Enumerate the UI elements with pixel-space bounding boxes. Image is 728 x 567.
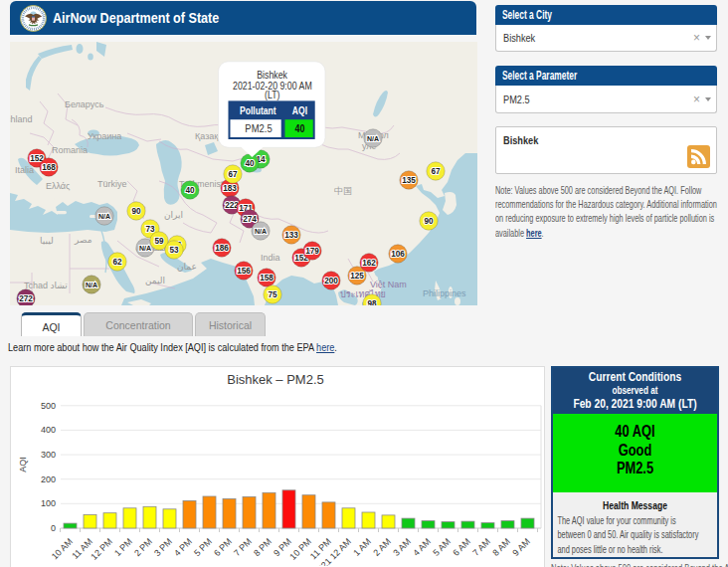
svg-text:10 PM: 10 PM	[287, 536, 312, 561]
svg-text:135: 135	[402, 176, 416, 185]
svg-text:158: 158	[260, 274, 273, 283]
svg-text:67: 67	[228, 170, 238, 179]
svg-text:90: 90	[131, 207, 141, 216]
svg-text:73: 73	[145, 225, 155, 234]
svg-text:7 AM: 7 AM	[470, 536, 492, 558]
svg-text:ليبيا: ليبيا	[40, 236, 54, 246]
svg-text:162: 162	[362, 259, 376, 268]
svg-text:8 AM: 8 AM	[490, 536, 512, 558]
svg-text:156: 156	[237, 267, 251, 276]
svg-text:中国: 中国	[334, 186, 352, 196]
svg-text:75: 75	[268, 290, 277, 299]
svg-text:Ελλάς: Ελλάς	[46, 181, 71, 191]
svg-text:186: 186	[215, 244, 229, 253]
svg-text:2 AM: 2 AM	[371, 536, 393, 558]
svg-text:4 AM: 4 AM	[411, 536, 433, 558]
svg-text:6 PM: 6 PM	[212, 536, 234, 558]
svg-text:300: 300	[41, 450, 56, 460]
svg-text:40: 40	[294, 123, 304, 135]
svg-text:8 PM: 8 PM	[252, 536, 273, 558]
svg-text:53: 53	[169, 246, 179, 255]
svg-text:67: 67	[431, 167, 441, 176]
svg-text:1 AM: 1 AM	[351, 536, 373, 558]
svg-text:98: 98	[367, 299, 377, 305]
svg-text:7 PM: 7 PM	[232, 536, 254, 558]
svg-text:179: 179	[305, 247, 319, 256]
svg-text:200: 200	[41, 474, 56, 484]
svg-text:106: 106	[391, 250, 405, 259]
svg-text:مصر: مصر	[74, 235, 92, 245]
svg-text:40: 40	[245, 159, 255, 168]
svg-text:40: 40	[185, 186, 195, 195]
svg-text:Pollutant: Pollutant	[240, 105, 277, 117]
svg-text:عمان: عمان	[177, 262, 197, 272]
svg-text:125: 125	[350, 272, 364, 281]
svg-text:chland: chland	[10, 114, 33, 124]
svg-text:AQI: AQI	[18, 457, 28, 472]
svg-text:Romania: Romania	[52, 145, 88, 155]
svg-text:ایران: ایران	[164, 210, 183, 220]
svg-text:(LT): (LT)	[265, 89, 279, 100]
svg-text:India: India	[261, 253, 280, 263]
svg-text:N/A: N/A	[98, 213, 110, 220]
svg-text:Bishkek – PM2.5: Bishkek – PM2.5	[227, 372, 324, 387]
svg-text:اليمن: اليمن	[145, 276, 165, 285]
svg-text:Беларусь: Беларусь	[65, 99, 104, 109]
svg-text:183: 183	[223, 184, 237, 193]
svg-text:2 PM: 2 PM	[132, 536, 154, 558]
svg-text:N/A: N/A	[139, 245, 151, 252]
svg-text:1 PM: 1 PM	[112, 536, 134, 558]
svg-text:59: 59	[154, 237, 164, 246]
svg-text:Украина: Украина	[88, 131, 121, 141]
svg-text:200: 200	[324, 277, 338, 285]
svg-text:5 PM: 5 PM	[192, 536, 214, 558]
svg-text:90: 90	[424, 217, 434, 226]
svg-text:4 PM: 4 PM	[172, 536, 194, 558]
svg-text:N/A: N/A	[86, 282, 97, 288]
svg-text:133: 133	[284, 231, 298, 240]
svg-text:272: 272	[19, 294, 33, 303]
svg-text:Türkiye: Türkiye	[97, 179, 127, 189]
svg-text:5 AM: 5 AM	[431, 536, 453, 558]
svg-text:10 AM: 10 AM	[50, 536, 75, 561]
svg-text:400: 400	[41, 425, 56, 435]
svg-text:12 PM: 12 PM	[89, 536, 113, 561]
svg-text:Philippines: Philippines	[423, 288, 466, 298]
svg-text:62: 62	[112, 258, 122, 267]
svg-text:100: 100	[41, 498, 56, 508]
svg-text:500: 500	[41, 401, 56, 411]
svg-text:N/A: N/A	[367, 135, 379, 142]
svg-text:Tchad تشاد: Tchad تشاد	[24, 281, 68, 290]
svg-text:6 AM: 6 AM	[451, 536, 472, 558]
svg-text:N/A: N/A	[255, 228, 267, 235]
svg-text:AQI: AQI	[292, 105, 308, 117]
svg-text:PM2.5: PM2.5	[245, 123, 273, 135]
svg-text:274: 274	[243, 215, 257, 224]
svg-text:168: 168	[42, 163, 56, 172]
svg-text:3 PM: 3 PM	[152, 536, 174, 558]
svg-text:3 AM: 3 AM	[391, 536, 413, 558]
svg-text:9 AM: 9 AM	[510, 536, 532, 558]
svg-text:0: 0	[51, 523, 56, 533]
svg-text:Italia: Italia	[15, 165, 34, 175]
svg-text:Việt Nam: Việt Nam	[370, 280, 407, 289]
